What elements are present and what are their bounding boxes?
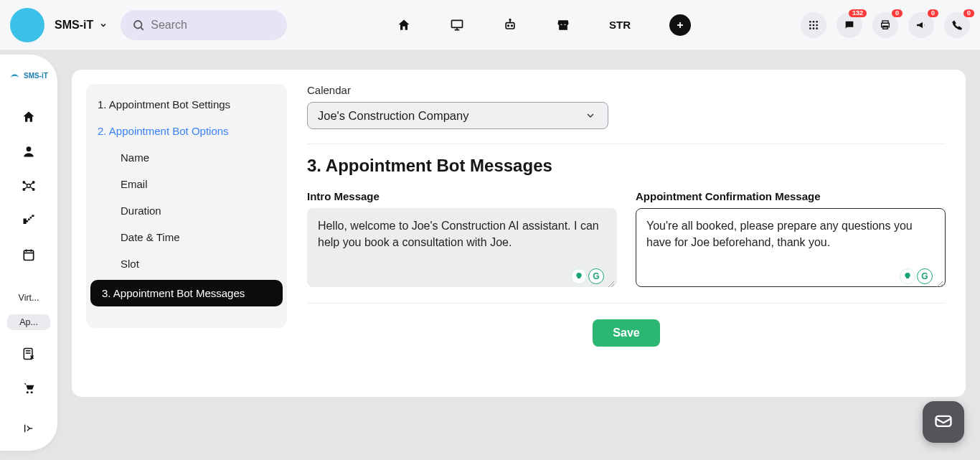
- content-panel: Calendar Joe's Construction Company 3. A…: [304, 84, 951, 382]
- sidebar-logo[interactable]: SMS-iT: [6, 67, 52, 83]
- nav-bot-options[interactable]: 2. Appointment Bot Options: [86, 118, 287, 144]
- monitor-icon[interactable]: [450, 18, 464, 32]
- svg-point-18: [809, 27, 811, 29]
- app-switcher[interactable]: SMS-iT: [55, 18, 110, 32]
- print-badge: 0: [892, 9, 903, 17]
- svg-point-20: [816, 27, 818, 29]
- support-chat-button[interactable]: [923, 401, 964, 443]
- bulb-icon[interactable]: [900, 268, 915, 284]
- svg-rect-34: [24, 250, 33, 260]
- nav-bot-settings[interactable]: 1. Appointment Bot Settings: [86, 91, 287, 118]
- message-columns: Intro Message G Appointment Confirmation…: [307, 190, 946, 290]
- svg-point-0: [134, 21, 142, 29]
- chat-button[interactable]: 132: [837, 12, 862, 38]
- divider: [307, 144, 946, 144]
- svg-point-41: [27, 391, 29, 393]
- nav-sub-slot[interactable]: Slot: [86, 250, 287, 277]
- svg-point-16: [813, 24, 815, 26]
- sidebar-cart-icon[interactable]: [11, 373, 46, 403]
- left-sidebar: SMS-iT Virt... Ap...: [0, 55, 57, 451]
- print-button[interactable]: 0: [872, 12, 898, 38]
- svg-line-1: [141, 27, 143, 29]
- save-button[interactable]: Save: [593, 319, 659, 347]
- sidebar-label-app[interactable]: Ap...: [7, 314, 50, 330]
- svg-rect-2: [452, 20, 463, 27]
- svg-point-13: [813, 21, 815, 23]
- svg-point-12: [809, 21, 811, 23]
- sidebar-label-virt[interactable]: Virt...: [7, 293, 50, 303]
- svg-line-31: [31, 183, 33, 185]
- global-search[interactable]: [121, 10, 287, 40]
- calendar-selected-value: Joe's Construction Company: [318, 109, 468, 123]
- str-link[interactable]: STR: [609, 19, 631, 31]
- header-right: 132 0 0 0: [801, 12, 970, 38]
- sidebar-home-icon[interactable]: [11, 102, 46, 132]
- svg-point-42: [31, 391, 33, 393]
- robot-icon[interactable]: [503, 18, 517, 32]
- phone-button[interactable]: 0: [944, 12, 970, 38]
- header-center-nav: STR: [297, 14, 791, 36]
- intro-label: Intro Message: [307, 190, 617, 202]
- sidebar-collapse-icon[interactable]: [11, 413, 46, 443]
- main-card: 1. Appointment Bot Settings 2. Appointme…: [72, 70, 966, 397]
- svg-point-9: [509, 19, 511, 20]
- chevron-down-icon: [583, 108, 598, 123]
- top-header: SMS-iT STR 132: [0, 0, 980, 50]
- store-icon[interactable]: [556, 18, 570, 32]
- svg-point-25: [27, 184, 31, 188]
- sidebar-note-icon[interactable]: [11, 339, 46, 369]
- nav-sub-email[interactable]: Email: [86, 171, 287, 197]
- svg-rect-49: [936, 416, 951, 426]
- intro-wrap: G: [307, 208, 617, 290]
- apps-grid-button[interactable]: [801, 12, 826, 38]
- svg-point-17: [816, 24, 818, 26]
- svg-point-19: [813, 27, 815, 29]
- sidebar-person-icon[interactable]: [11, 136, 46, 166]
- announce-button[interactable]: 0: [908, 12, 934, 38]
- settings-nav: 1. Appointment Bot Settings 2. Appointme…: [86, 84, 287, 328]
- grammarly-icon[interactable]: G: [588, 268, 604, 284]
- nav-sub-datetime[interactable]: Date & Time: [86, 224, 287, 250]
- bulb-icon[interactable]: [571, 268, 587, 284]
- sidebar-calendar-icon[interactable]: [11, 240, 46, 270]
- avatar[interactable]: [10, 8, 44, 42]
- svg-line-30: [24, 183, 27, 185]
- search-icon: [132, 18, 145, 32]
- section-title: 3. Appointment Bot Messages: [307, 156, 946, 176]
- confirm-column: Appointment Confirmation Message G: [636, 190, 946, 290]
- svg-point-14: [816, 21, 818, 23]
- home-icon[interactable]: [397, 18, 411, 32]
- confirm-label: Appointment Confirmation Message: [636, 190, 946, 202]
- calendar-select[interactable]: Joe's Construction Company: [307, 102, 608, 129]
- save-row: Save: [307, 319, 946, 347]
- nav-sub-name[interactable]: Name: [86, 144, 287, 171]
- grammarly-icon[interactable]: G: [917, 268, 933, 284]
- svg-point-15: [809, 24, 811, 26]
- confirm-wrap: G: [636, 208, 946, 290]
- plus-button[interactable]: [669, 14, 691, 36]
- grammarly-widgets: G: [900, 268, 933, 284]
- search-input[interactable]: [151, 19, 275, 32]
- grammarly-widgets: G: [571, 268, 604, 284]
- svg-point-24: [27, 146, 32, 151]
- chevron-down-icon: [96, 18, 110, 32]
- divider: [307, 303, 946, 304]
- svg-line-33: [31, 187, 33, 189]
- svg-line-32: [24, 187, 27, 189]
- calendar-label: Calendar: [307, 84, 946, 96]
- app-title: SMS-iT: [55, 19, 93, 32]
- chat-badge: 132: [849, 9, 867, 17]
- nav-bot-messages[interactable]: 3. Appointment Bot Messages: [90, 280, 283, 306]
- phone-badge: 0: [963, 9, 974, 17]
- sidebar-network-icon[interactable]: [11, 171, 46, 201]
- sidebar-steps-icon[interactable]: [11, 205, 46, 235]
- intro-column: Intro Message G: [307, 190, 617, 290]
- nav-sub-duration[interactable]: Duration: [86, 197, 287, 224]
- announce-badge: 0: [928, 9, 938, 17]
- svg-point-6: [508, 25, 509, 27]
- svg-point-7: [512, 25, 513, 27]
